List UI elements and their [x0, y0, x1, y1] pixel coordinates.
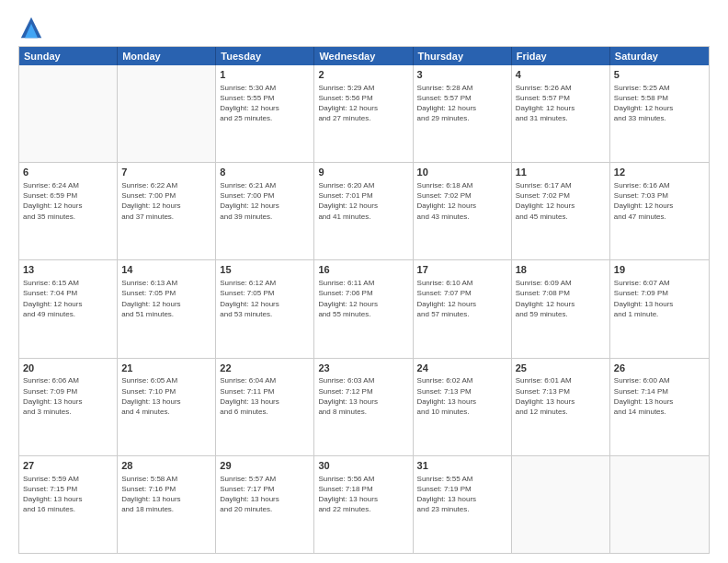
- day-number-28: 28: [121, 459, 211, 473]
- header-day-tuesday: Tuesday: [216, 47, 314, 65]
- header-day-monday: Monday: [118, 47, 216, 65]
- day-cell-2: 2Sunrise: 5:29 AM Sunset: 5:56 PM Daylig…: [314, 65, 413, 162]
- day-number-2: 2: [318, 68, 408, 82]
- day-info-23: Sunrise: 6:03 AM Sunset: 7:12 PM Dayligh…: [318, 375, 408, 417]
- day-info-1: Sunrise: 5:30 AM Sunset: 5:55 PM Dayligh…: [220, 83, 310, 124]
- day-number-9: 9: [318, 166, 408, 179]
- day-cell-25: 25Sunrise: 6:01 AM Sunset: 7:13 PM Dayli…: [512, 359, 610, 455]
- day-number-15: 15: [220, 263, 310, 277]
- day-info-31: Sunrise: 5:55 AM Sunset: 7:19 PM Dayligh…: [417, 474, 507, 515]
- day-cell-3: 3Sunrise: 5:28 AM Sunset: 5:57 PM Daylig…: [414, 65, 512, 162]
- day-info-11: Sunrise: 6:17 AM Sunset: 7:02 PM Dayligh…: [516, 180, 606, 222]
- day-cell-8: 8Sunrise: 6:21 AM Sunset: 7:00 PM Daylig…: [216, 163, 314, 259]
- header-day-wednesday: Wednesday: [314, 47, 413, 65]
- day-info-16: Sunrise: 6:11 AM Sunset: 7:06 PM Dayligh…: [318, 278, 408, 319]
- day-cell-1: 1Sunrise: 5:30 AM Sunset: 5:55 PM Daylig…: [216, 65, 314, 162]
- empty-cell: [512, 456, 610, 553]
- day-cell-15: 15Sunrise: 6:12 AM Sunset: 7:05 PM Dayli…: [216, 260, 314, 357]
- day-cell-19: 19Sunrise: 6:07 AM Sunset: 7:09 PM Dayli…: [610, 260, 709, 357]
- day-number-1: 1: [220, 68, 310, 82]
- logo: [18, 15, 48, 40]
- day-cell-21: 21Sunrise: 6:05 AM Sunset: 7:10 PM Dayli…: [118, 359, 216, 455]
- day-info-8: Sunrise: 6:21 AM Sunset: 7:00 PM Dayligh…: [220, 180, 310, 222]
- day-number-30: 30: [318, 459, 408, 473]
- day-number-26: 26: [614, 362, 705, 375]
- day-info-12: Sunrise: 6:16 AM Sunset: 7:03 PM Dayligh…: [614, 180, 705, 222]
- day-number-16: 16: [318, 263, 408, 277]
- logo-icon: [18, 15, 44, 40]
- day-info-25: Sunrise: 6:01 AM Sunset: 7:13 PM Dayligh…: [516, 375, 606, 417]
- day-number-27: 27: [23, 459, 113, 473]
- day-number-4: 4: [516, 68, 606, 82]
- day-info-2: Sunrise: 5:29 AM Sunset: 5:56 PM Dayligh…: [318, 83, 408, 124]
- day-number-22: 22: [220, 362, 310, 375]
- calendar-row-1: 1Sunrise: 5:30 AM Sunset: 5:55 PM Daylig…: [19, 65, 709, 163]
- calendar-row-3: 13Sunrise: 6:15 AM Sunset: 7:04 PM Dayli…: [19, 260, 709, 358]
- day-info-13: Sunrise: 6:15 AM Sunset: 7:04 PM Dayligh…: [23, 278, 113, 319]
- day-number-12: 12: [614, 166, 705, 179]
- day-cell-24: 24Sunrise: 6:02 AM Sunset: 7:13 PM Dayli…: [414, 359, 512, 455]
- day-info-7: Sunrise: 6:22 AM Sunset: 7:00 PM Dayligh…: [121, 180, 211, 222]
- calendar-header: SundayMondayTuesdayWednesdayThursdayFrid…: [19, 47, 709, 65]
- day-cell-27: 27Sunrise: 5:59 AM Sunset: 7:15 PM Dayli…: [19, 456, 118, 553]
- empty-cell: [610, 456, 709, 553]
- day-number-21: 21: [121, 362, 211, 375]
- day-cell-28: 28Sunrise: 5:58 AM Sunset: 7:16 PM Dayli…: [118, 456, 216, 553]
- day-number-7: 7: [121, 166, 211, 179]
- day-number-10: 10: [417, 166, 507, 179]
- day-info-6: Sunrise: 6:24 AM Sunset: 6:59 PM Dayligh…: [23, 180, 113, 222]
- day-info-24: Sunrise: 6:02 AM Sunset: 7:13 PM Dayligh…: [417, 375, 507, 417]
- day-number-31: 31: [417, 459, 507, 473]
- day-number-29: 29: [220, 459, 310, 473]
- day-number-6: 6: [23, 166, 113, 179]
- day-number-23: 23: [318, 362, 408, 375]
- day-cell-17: 17Sunrise: 6:10 AM Sunset: 7:07 PM Dayli…: [414, 260, 512, 357]
- day-cell-13: 13Sunrise: 6:15 AM Sunset: 7:04 PM Dayli…: [19, 260, 118, 357]
- day-info-10: Sunrise: 6:18 AM Sunset: 7:02 PM Dayligh…: [417, 180, 507, 222]
- page: SundayMondayTuesdayWednesdayThursdayFrid…: [0, 0, 728, 563]
- day-cell-14: 14Sunrise: 6:13 AM Sunset: 7:05 PM Dayli…: [118, 260, 216, 357]
- calendar-row-4: 20Sunrise: 6:06 AM Sunset: 7:09 PM Dayli…: [19, 359, 709, 456]
- day-cell-11: 11Sunrise: 6:17 AM Sunset: 7:02 PM Dayli…: [512, 163, 610, 259]
- day-cell-18: 18Sunrise: 6:09 AM Sunset: 7:08 PM Dayli…: [512, 260, 610, 357]
- day-info-3: Sunrise: 5:28 AM Sunset: 5:57 PM Dayligh…: [417, 83, 507, 124]
- day-info-30: Sunrise: 5:56 AM Sunset: 7:18 PM Dayligh…: [318, 474, 408, 515]
- day-info-26: Sunrise: 6:00 AM Sunset: 7:14 PM Dayligh…: [614, 375, 705, 417]
- calendar-body: 1Sunrise: 5:30 AM Sunset: 5:55 PM Daylig…: [19, 65, 709, 553]
- day-info-21: Sunrise: 6:05 AM Sunset: 7:10 PM Dayligh…: [121, 375, 211, 417]
- day-cell-30: 30Sunrise: 5:56 AM Sunset: 7:18 PM Dayli…: [314, 456, 413, 553]
- day-info-14: Sunrise: 6:13 AM Sunset: 7:05 PM Dayligh…: [121, 278, 211, 319]
- empty-cell: [118, 65, 216, 162]
- day-cell-26: 26Sunrise: 6:00 AM Sunset: 7:14 PM Dayli…: [610, 359, 709, 455]
- empty-cell: [19, 65, 118, 162]
- day-cell-31: 31Sunrise: 5:55 AM Sunset: 7:19 PM Dayli…: [414, 456, 512, 553]
- day-number-25: 25: [516, 362, 606, 375]
- day-cell-22: 22Sunrise: 6:04 AM Sunset: 7:11 PM Dayli…: [216, 359, 314, 455]
- header-day-sunday: Sunday: [19, 47, 118, 65]
- header-day-saturday: Saturday: [610, 47, 709, 65]
- day-info-17: Sunrise: 6:10 AM Sunset: 7:07 PM Dayligh…: [417, 278, 507, 319]
- day-cell-10: 10Sunrise: 6:18 AM Sunset: 7:02 PM Dayli…: [414, 163, 512, 259]
- day-cell-4: 4Sunrise: 5:26 AM Sunset: 5:57 PM Daylig…: [512, 65, 610, 162]
- day-info-18: Sunrise: 6:09 AM Sunset: 7:08 PM Dayligh…: [516, 278, 606, 319]
- day-cell-29: 29Sunrise: 5:57 AM Sunset: 7:17 PM Dayli…: [216, 456, 314, 553]
- day-number-11: 11: [516, 166, 606, 179]
- day-info-15: Sunrise: 6:12 AM Sunset: 7:05 PM Dayligh…: [220, 278, 310, 319]
- day-number-18: 18: [516, 263, 606, 277]
- day-number-24: 24: [417, 362, 507, 375]
- day-cell-20: 20Sunrise: 6:06 AM Sunset: 7:09 PM Dayli…: [19, 359, 118, 455]
- day-cell-12: 12Sunrise: 6:16 AM Sunset: 7:03 PM Dayli…: [610, 163, 709, 259]
- day-cell-23: 23Sunrise: 6:03 AM Sunset: 7:12 PM Dayli…: [314, 359, 413, 455]
- day-cell-9: 9Sunrise: 6:20 AM Sunset: 7:01 PM Daylig…: [314, 163, 413, 259]
- day-number-20: 20: [23, 362, 113, 375]
- header-day-friday: Friday: [512, 47, 610, 65]
- day-cell-6: 6Sunrise: 6:24 AM Sunset: 6:59 PM Daylig…: [19, 163, 118, 259]
- header-day-thursday: Thursday: [414, 47, 512, 65]
- day-info-4: Sunrise: 5:26 AM Sunset: 5:57 PM Dayligh…: [516, 83, 606, 124]
- header: [18, 15, 710, 40]
- day-info-29: Sunrise: 5:57 AM Sunset: 7:17 PM Dayligh…: [220, 474, 310, 515]
- day-cell-5: 5Sunrise: 5:25 AM Sunset: 5:58 PM Daylig…: [610, 65, 709, 162]
- day-number-13: 13: [23, 263, 113, 277]
- day-number-19: 19: [614, 263, 705, 277]
- calendar-row-5: 27Sunrise: 5:59 AM Sunset: 7:15 PM Dayli…: [19, 456, 709, 553]
